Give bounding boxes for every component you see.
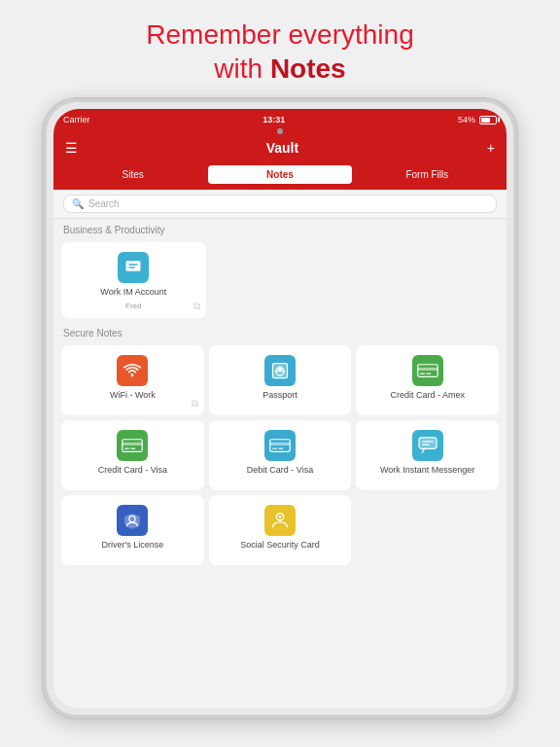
search-input-wrap[interactable]: 🔍 Search: [63, 195, 497, 213]
card-im2-label: Work Instant Messenger: [380, 465, 474, 476]
camera-dot: [277, 128, 283, 134]
credit-visa-icon: [117, 430, 148, 461]
debit-icon: [264, 430, 296, 461]
status-bar: Carrier 13:31 54%: [53, 109, 507, 130]
headline: Remember everything with Notes: [126, 0, 433, 97]
card-wifi-label: WiFi - Work: [110, 390, 156, 401]
driver-icon: [117, 505, 148, 536]
headline-line1: Remember everything: [146, 18, 413, 52]
im2-icon: [412, 430, 443, 461]
wifi-icon: [117, 355, 148, 386]
card-debit-label: Debit Card - Visa: [247, 465, 313, 476]
svg-rect-0: [126, 261, 141, 271]
card-debit-visa[interactable]: Debit Card - Visa: [209, 420, 352, 490]
headline-text2: with: [214, 53, 270, 84]
card-passport[interactable]: Passport: [209, 345, 352, 415]
copy-icon-wifi: ⧉: [192, 398, 198, 409]
section-business-grid: Work IM Account Fred ⧉: [53, 238, 507, 322]
passport-icon: [264, 355, 296, 386]
im-icon: [118, 252, 149, 283]
card-passport-label: Passport: [262, 390, 298, 401]
tab-bar: Sites Notes Form Fills: [53, 165, 507, 190]
tab-sites[interactable]: Sites: [61, 165, 204, 184]
credit-amex-icon: [412, 355, 443, 386]
svg-rect-10: [122, 443, 142, 445]
copy-icon: ⧉: [193, 301, 200, 312]
section-header-secure: Secure Notes: [53, 322, 507, 341]
section-secure-grid: WiFi - Work ⧉: [53, 341, 507, 569]
search-bar: 🔍 Search: [53, 190, 507, 219]
nav-title: Vault: [266, 140, 298, 156]
menu-icon[interactable]: ☰: [65, 140, 78, 156]
ssn-icon: [264, 505, 296, 536]
svg-rect-14: [270, 443, 290, 445]
card-ssn-label: Social Security Card: [240, 540, 320, 551]
card-work-im2[interactable]: Work Instant Messenger: [356, 420, 499, 490]
card-work-im-label: Work IM Account: [100, 287, 166, 298]
headline-text1: Remember everything: [146, 19, 413, 50]
content-area: Business & Productivity Work IM Account …: [53, 219, 507, 708]
headline-notes: Notes: [270, 53, 346, 84]
status-right: 54%: [458, 115, 497, 124]
tablet-screen: Carrier 13:31 54% ☰ Vault + Sites Notes …: [53, 109, 507, 708]
card-drivers-license[interactable]: Driver's License: [61, 495, 204, 565]
tab-form-fills[interactable]: Form Fills: [356, 165, 499, 184]
tablet-frame: Carrier 13:31 54% ☰ Vault + Sites Notes …: [42, 97, 518, 720]
svg-rect-17: [419, 438, 437, 448]
carrier-text: Carrier: [63, 115, 90, 124]
tab-notes[interactable]: Notes: [208, 165, 351, 184]
search-icon: 🔍: [72, 198, 84, 209]
battery-text: 54%: [458, 115, 475, 124]
card-driver-label: Driver's License: [101, 540, 163, 551]
card-amex-label: Credit Card - Amex: [390, 390, 465, 401]
card-work-im-sublabel: Fred: [125, 302, 141, 310]
card-work-im[interactable]: Work IM Account Fred ⧉: [61, 242, 206, 318]
svg-rect-6: [417, 368, 437, 371]
card-wifi-work[interactable]: WiFi - Work ⧉: [61, 345, 204, 415]
svg-point-3: [131, 374, 134, 377]
add-icon[interactable]: +: [487, 140, 495, 156]
card-credit-amex[interactable]: Credit Card - Amex: [356, 345, 499, 415]
card-ssn[interactable]: Social Security Card: [209, 495, 352, 565]
battery-fill: [481, 118, 490, 123]
nav-bar: ☰ Vault +: [53, 130, 507, 165]
card-visa-label: Credit Card - Visa: [98, 465, 167, 476]
search-placeholder: Search: [88, 198, 120, 209]
card-credit-visa[interactable]: Credit Card - Visa: [61, 420, 204, 490]
headline-line2: with Notes: [146, 52, 413, 86]
time-text: 13:31: [262, 115, 285, 124]
section-header-business: Business & Productivity: [53, 219, 507, 238]
svg-point-23: [279, 516, 282, 518]
battery-icon: [479, 116, 497, 124]
